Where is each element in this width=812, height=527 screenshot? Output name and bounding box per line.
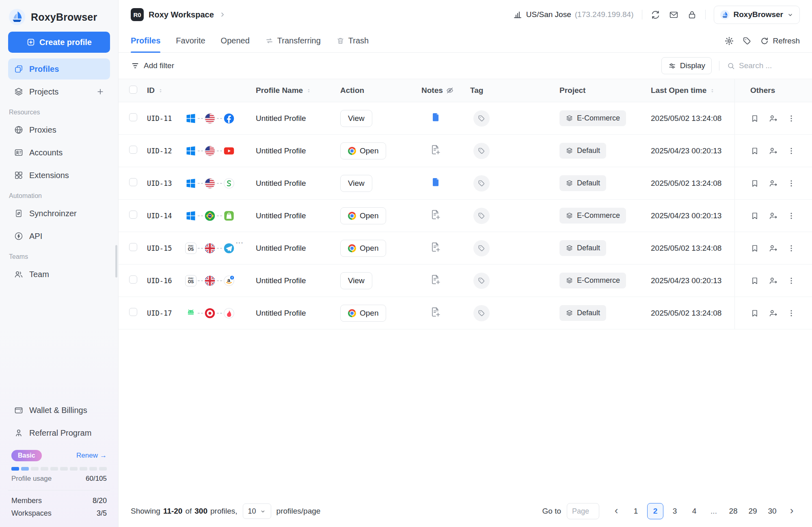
- tag-button[interactable]: [473, 110, 490, 127]
- sidebar-item-api[interactable]: API: [8, 226, 110, 247]
- search-input[interactable]: [739, 61, 800, 70]
- mail-button[interactable]: [669, 10, 679, 20]
- tag-manager-icon[interactable]: [742, 36, 752, 46]
- share-user-icon[interactable]: [769, 179, 777, 188]
- open-profile-button[interactable]: Open: [340, 240, 386, 257]
- page-button-30[interactable]: 30: [764, 503, 780, 519]
- row-checkbox[interactable]: [129, 211, 137, 219]
- kebab-menu-icon[interactable]: [787, 179, 796, 188]
- add-note-icon[interactable]: [430, 242, 441, 252]
- add-note-icon[interactable]: [430, 144, 441, 155]
- row-checkbox[interactable]: [129, 178, 137, 186]
- create-profile-button[interactable]: Create profile: [8, 32, 110, 53]
- tab-favorite[interactable]: Favorite: [176, 29, 205, 52]
- note-document-icon[interactable]: [430, 112, 441, 123]
- row-checkbox[interactable]: [129, 113, 137, 121]
- sidebar-item-extensions[interactable]: Extensions: [8, 165, 110, 186]
- account-menu[interactable]: RoxyBrowser: [714, 6, 800, 24]
- kebab-menu-icon[interactable]: [787, 211, 796, 220]
- kebab-menu-icon[interactable]: [787, 244, 796, 253]
- prev-page-button[interactable]: ‹: [608, 503, 624, 519]
- bookmark-icon[interactable]: [750, 276, 759, 285]
- note-document-icon[interactable]: [430, 177, 441, 187]
- tab-trash[interactable]: Trash: [336, 29, 369, 52]
- page-button-4[interactable]: 4: [686, 503, 702, 519]
- kebab-menu-icon[interactable]: [787, 276, 796, 285]
- share-user-icon[interactable]: [769, 244, 777, 253]
- share-user-icon[interactable]: [769, 146, 777, 155]
- add-note-icon[interactable]: [430, 307, 441, 317]
- row-checkbox[interactable]: [129, 146, 137, 154]
- sidebar-item-accounts[interactable]: Accounts: [8, 142, 110, 163]
- sort-icon[interactable]: [306, 88, 312, 94]
- tag-button[interactable]: [473, 175, 490, 191]
- page-size-select[interactable]: 10: [243, 503, 271, 519]
- tag-button[interactable]: [473, 305, 490, 321]
- add-note-icon[interactable]: [430, 209, 441, 220]
- kebab-menu-icon[interactable]: [787, 309, 796, 318]
- add-filter-button[interactable]: Add filter: [131, 61, 174, 70]
- column-header-id[interactable]: ID: [147, 86, 185, 95]
- tag-button[interactable]: [473, 143, 490, 159]
- goto-page-input[interactable]: [567, 503, 599, 519]
- settings-gear-icon[interactable]: [724, 36, 734, 46]
- view-profile-button[interactable]: View: [340, 272, 372, 289]
- sidebar-item-synchroinzer[interactable]: Synchroinzer: [8, 203, 110, 224]
- next-page-button[interactable]: ›: [784, 503, 800, 519]
- row-checkbox[interactable]: [129, 308, 137, 316]
- refresh-button[interactable]: Refresh: [760, 37, 800, 45]
- tab-transferring[interactable]: Transferring: [265, 29, 321, 52]
- eye-off-icon[interactable]: [446, 86, 454, 95]
- sort-icon[interactable]: [709, 88, 715, 94]
- page-button-29[interactable]: 29: [745, 503, 761, 519]
- sidebar-item-wallet[interactable]: Wallet & Billings: [8, 400, 110, 421]
- tag-button[interactable]: [473, 273, 490, 289]
- add-note-icon[interactable]: [430, 274, 441, 285]
- column-header-profile-name[interactable]: Profile Name: [256, 86, 340, 95]
- tag-button[interactable]: [473, 240, 490, 256]
- row-checkbox[interactable]: [129, 275, 137, 284]
- sync-button[interactable]: [650, 10, 661, 20]
- share-user-icon[interactable]: [769, 276, 777, 285]
- tab-opened[interactable]: Opened: [221, 29, 250, 52]
- kebab-menu-icon[interactable]: [787, 146, 796, 155]
- bookmark-icon[interactable]: [750, 244, 759, 253]
- lock-button[interactable]: [687, 10, 697, 20]
- open-profile-button[interactable]: Open: [340, 207, 386, 224]
- sidebar-item-proxies[interactable]: Proxies: [8, 119, 110, 140]
- share-user-icon[interactable]: [769, 211, 777, 220]
- open-profile-button[interactable]: Open: [340, 305, 386, 322]
- column-header-last-open[interactable]: Last Open time: [651, 86, 734, 95]
- page-button-3[interactable]: 3: [667, 503, 683, 519]
- row-checkbox[interactable]: [129, 243, 137, 251]
- tab-profiles[interactable]: Profiles: [131, 29, 160, 52]
- view-profile-button[interactable]: View: [340, 110, 372, 127]
- bookmark-icon[interactable]: [750, 179, 759, 188]
- sidebar-item-projects[interactable]: Projects: [8, 81, 110, 102]
- share-user-icon[interactable]: [769, 114, 777, 123]
- add-projects-button[interactable]: [96, 88, 104, 96]
- display-button[interactable]: Display: [661, 57, 712, 74]
- page-button-2[interactable]: 2: [647, 503, 663, 519]
- share-user-icon[interactable]: [769, 309, 777, 318]
- sidebar-scrollbar[interactable]: [115, 245, 117, 277]
- renew-link[interactable]: Renew →: [76, 452, 107, 460]
- sidebar-item-referral[interactable]: Referral Program: [8, 422, 110, 443]
- sidebar-item-team[interactable]: Team: [8, 264, 110, 285]
- kebab-menu-icon[interactable]: [787, 114, 796, 123]
- workspace-switcher[interactable]: R0 Roxy Workspace: [131, 8, 226, 21]
- open-profile-button[interactable]: Open: [340, 142, 386, 159]
- project-badge: Default: [559, 175, 606, 191]
- select-all-checkbox[interactable]: [129, 86, 137, 94]
- sidebar-item-profiles[interactable]: Profiles: [8, 58, 110, 80]
- network-info[interactable]: US/San Jose (173.249.199.84): [513, 10, 634, 19]
- bookmark-icon[interactable]: [750, 146, 759, 155]
- page-button-1[interactable]: 1: [628, 503, 644, 519]
- bookmark-icon[interactable]: [750, 211, 759, 220]
- bookmark-icon[interactable]: [750, 114, 759, 123]
- view-profile-button[interactable]: View: [340, 175, 372, 192]
- bookmark-icon[interactable]: [750, 309, 759, 318]
- tag-button[interactable]: [473, 208, 490, 224]
- sort-icon[interactable]: [158, 88, 164, 94]
- page-button-28[interactable]: 28: [725, 503, 741, 519]
